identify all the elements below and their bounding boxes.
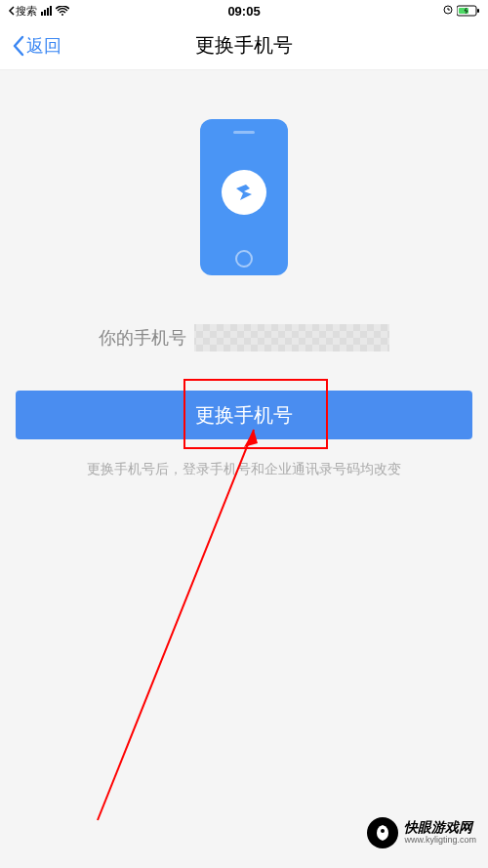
wifi-icon <box>56 6 69 17</box>
signal-icon <box>41 6 52 16</box>
back-button[interactable]: 返回 <box>12 34 61 58</box>
svg-point-7 <box>381 829 385 833</box>
back-app-label: 搜索 <box>16 4 37 19</box>
app-logo-icon <box>222 170 266 215</box>
phone-home-icon <box>235 250 253 268</box>
phone-number-value <box>194 324 389 351</box>
back-app-indicator[interactable]: 搜索 <box>8 4 37 19</box>
watermark-text: 快眼游戏网 www.kyligting.com <box>404 820 476 845</box>
lock-icon <box>443 5 453 17</box>
watermark-title: 快眼游戏网 <box>404 820 476 835</box>
phone-screen <box>222 134 266 250</box>
change-phone-button[interactable]: 更换手机号 <box>16 391 472 439</box>
battery-icon <box>457 5 480 17</box>
status-bar: 搜索 09:05 <box>0 0 488 21</box>
watermark-url: www.kyligting.com <box>404 836 476 846</box>
svg-point-0 <box>61 14 63 16</box>
phone-number-row: 你的手机号 <box>16 324 472 351</box>
status-time: 09:05 <box>227 4 260 19</box>
back-label: 返回 <box>26 34 61 58</box>
phone-illustration <box>200 119 288 275</box>
chevron-left-icon <box>12 35 24 57</box>
nav-bar: 返回 更换手机号 <box>0 21 488 70</box>
svg-line-5 <box>98 430 254 820</box>
status-right <box>443 5 480 17</box>
page-title: 更换手机号 <box>195 32 293 59</box>
hint-text: 更换手机号后，登录手机号和企业通讯录号码均改变 <box>87 461 401 478</box>
watermark-logo-icon <box>367 817 398 848</box>
watermark: 快眼游戏网 www.kyligting.com <box>367 817 476 848</box>
svg-rect-3 <box>477 9 479 13</box>
status-left: 搜索 <box>8 4 69 19</box>
phone-label: 你的手机号 <box>99 326 186 350</box>
content-area: 你的手机号 更换手机号 更换手机号后，登录手机号和企业通讯录号码均改变 <box>0 70 488 478</box>
change-phone-button-label: 更换手机号 <box>195 402 293 429</box>
